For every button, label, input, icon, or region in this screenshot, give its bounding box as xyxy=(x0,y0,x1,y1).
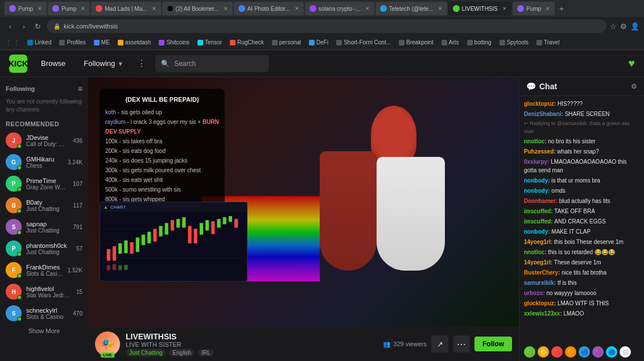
chat-message-17: urbozo: no wayyyy lamoooo xyxy=(524,289,639,297)
bookmark-rugcheck[interactable]: RugCheck xyxy=(228,38,266,47)
svg-rect-30 xyxy=(124,265,127,270)
extension-icon[interactable]: ⚙ xyxy=(620,22,627,31)
sidebar-item-phantomsh0ck[interactable]: P phantomsh0ck Just Chatting 57 xyxy=(0,238,88,259)
chat-message-6: nonbody: is that ur moms bra xyxy=(524,176,639,185)
search-icon: 🔍 xyxy=(161,60,170,68)
tab-ai[interactable]: AI Photo Editor... ✕ xyxy=(234,2,304,15)
bookmark-personal[interactable]: personal xyxy=(270,38,303,47)
language-tag[interactable]: English xyxy=(169,349,195,356)
apps-icon[interactable]: ⋮⋮ xyxy=(5,38,20,47)
tab-pump-2[interactable]: Pump ✕ xyxy=(48,2,90,15)
tab-favicon xyxy=(167,5,174,12)
sidebar-item-highfivelol[interactable]: H highfivelol Star Wars Jedi: Sur... 15 xyxy=(0,281,88,302)
svg-rect-15 xyxy=(171,220,174,230)
bookmark-me[interactable]: ME xyxy=(92,38,112,47)
bookmark-travel[interactable]: Travel xyxy=(534,38,562,47)
chat-message-9: imscuffed: TAKE OFF BRA xyxy=(524,207,639,215)
profile-icon[interactable]: 👤 xyxy=(630,22,639,31)
bookmark-shitcoins[interactable]: Shitcoins xyxy=(156,38,192,47)
bookmark-assetdash[interactable]: assetdash xyxy=(115,38,154,47)
tab-teletech[interactable]: Teletech (@tele... ✕ xyxy=(375,2,447,15)
sidebar-item-info: GMHikaru Chess xyxy=(26,156,63,169)
more-options-icon[interactable]: ⋮ xyxy=(137,58,146,69)
category-tag[interactable]: Just Chatting xyxy=(126,349,166,356)
kick-logo[interactable]: KICK xyxy=(9,55,27,73)
chat-message-7: nonbody: omds xyxy=(524,186,639,195)
tab-pump-1[interactable]: Pump ✕ xyxy=(5,2,47,15)
live-indicator xyxy=(17,295,22,300)
follow-button[interactable]: Follow xyxy=(474,337,512,351)
chat-message-19: xxlewis123xx: LMAOO xyxy=(524,309,639,318)
lock-icon: 🔒 xyxy=(53,23,60,30)
nav-right: ♥ xyxy=(628,57,635,70)
bookmark-breakpoint[interactable]: Breakpoint xyxy=(397,38,436,47)
tab-pump-3[interactable]: Pump ✕ xyxy=(513,2,555,15)
emoji-yellow[interactable]: 🟡 xyxy=(538,346,549,358)
sidebar-item-sapnap[interactable]: S sapnap Just Chatting 791 xyxy=(0,216,88,238)
emoji-cyan[interactable]: 🔵 xyxy=(606,346,617,358)
bookmarks-bar: ⋮⋮ Linked Profiles ME assetdash Shitcoin… xyxy=(0,35,644,50)
sidebar-item-schneckylrl[interactable]: S schneckylrl Slots & Casino 470 xyxy=(0,302,88,324)
sidebar-item-frankdimes[interactable]: F FrankDimes Slots & Casino 1.52K xyxy=(0,259,88,281)
bookmark-spytools[interactable]: Spytools xyxy=(497,38,531,47)
emoji-purple[interactable]: 🟣 xyxy=(592,346,604,358)
avatar-b0aty: B xyxy=(6,197,22,213)
tab-bar: Pump ✕ Pump ✕ Mad Lads | Ma... ✕ (2) All… xyxy=(0,0,644,17)
sidebar-item-primetime[interactable]: P PrimeTime Gray Zone Warfare 107 xyxy=(0,173,88,194)
tab-favicon xyxy=(238,5,245,12)
chart-name: CHART xyxy=(110,205,126,210)
sidebar-item-jdevise[interactable]: J JDevise Call of Duty: War... 436 xyxy=(0,130,88,151)
tab-favicon xyxy=(9,5,16,12)
more-button[interactable]: ⋯ xyxy=(453,335,470,352)
heart-icon[interactable]: ♥ xyxy=(628,57,635,69)
bookmark-defi[interactable]: DeFi xyxy=(307,38,331,47)
chat-message-13: nnotloc: this is so retarded 😂😂😂 xyxy=(524,248,639,256)
goals-title: (DEX WILL BE PREPAID) xyxy=(105,94,219,105)
emoji-white[interactable]: ⚪ xyxy=(620,346,631,358)
forward-button[interactable]: › xyxy=(18,20,30,32)
bookmark-icon[interactable]: ☆ xyxy=(610,22,617,31)
stream-tags: Just Chatting English IRL xyxy=(126,349,377,356)
svg-rect-28 xyxy=(113,264,116,270)
share-button[interactable]: ↗ xyxy=(431,335,448,352)
bookmark-arts[interactable]: Arts xyxy=(439,38,461,47)
emoji-blue[interactable]: 🔵 xyxy=(579,346,590,358)
refresh-button[interactable]: ↻ xyxy=(32,20,43,32)
svg-rect-24 xyxy=(223,217,226,224)
bookmark-shortform[interactable]: Short-Form Cont... xyxy=(334,38,393,47)
emoji-red[interactable]: 🔴 xyxy=(551,346,563,358)
bookmark-botting[interactable]: botting xyxy=(465,38,494,47)
sidebar-item-b0aty[interactable]: B B0aty Just Chatting 117 xyxy=(0,194,88,216)
nav-browse[interactable]: Browse xyxy=(36,57,70,70)
show-more-button[interactable]: Show More xyxy=(0,324,88,338)
bookmark-profiles[interactable]: Profiles xyxy=(57,38,88,47)
emoji-green[interactable]: 🟢 xyxy=(524,346,535,358)
svg-rect-22 xyxy=(211,221,214,234)
emoji-orange[interactable]: 🟠 xyxy=(565,346,576,358)
irl-tag[interactable]: IRL xyxy=(198,349,214,356)
goal-line-6: 300k - sis gets milk poured over chest xyxy=(105,165,219,175)
tab-bookmarks[interactable]: (2) All Bookmer... ✕ xyxy=(162,2,233,15)
tab-livewithsis[interactable]: LIVEWITHSIS ✕ xyxy=(448,2,511,15)
bookmark-linked[interactable]: Linked xyxy=(25,38,53,47)
figure-white-robe xyxy=(377,157,445,271)
nav-following[interactable]: Following ▼ xyxy=(79,57,128,70)
search-input[interactable]: Search xyxy=(174,60,196,68)
sidebar-item-gmhikaru[interactable]: G GMHikaru Chess 3.24K xyxy=(0,151,88,173)
sidebar-filter-icon[interactable]: ≡ xyxy=(78,84,82,93)
chat-settings-icon[interactable]: ⚙ xyxy=(631,82,637,90)
svg-rect-9 xyxy=(136,238,139,252)
tab-favicon xyxy=(96,5,102,12)
bookmark-tensor[interactable]: Tensor xyxy=(195,38,224,47)
avatar-primetime: P xyxy=(6,176,22,192)
svg-rect-10 xyxy=(142,235,145,245)
tab-madlads[interactable]: Mad Lads | Ma... ✕ xyxy=(91,2,160,15)
chevron-down-icon: ▼ xyxy=(117,60,123,67)
search-bar[interactable]: 🔍 Search xyxy=(155,55,269,72)
tab-solana[interactable]: solana crypto -... ✕ xyxy=(305,2,374,15)
svg-rect-17 xyxy=(182,217,185,227)
back-button[interactable]: ‹ xyxy=(5,20,16,32)
new-tab-button[interactable]: + xyxy=(556,4,567,13)
address-bar[interactable]: 🔒 kick.com/livewithsis xyxy=(47,19,606,33)
top-nav: KICK Browse Following ▼ ⋮ 🔍 Search ♥ xyxy=(0,50,644,77)
